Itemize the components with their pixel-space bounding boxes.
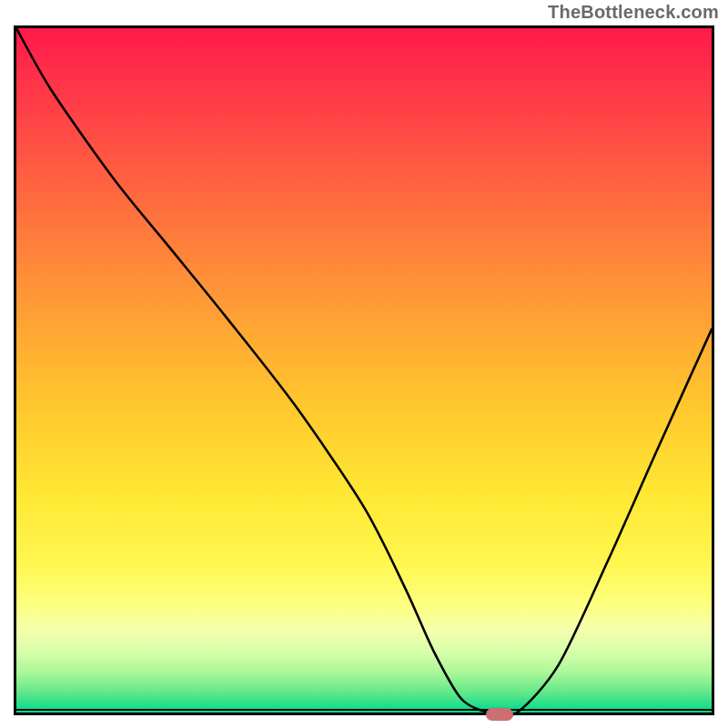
x-axis-baseline (16, 709, 712, 711)
attribution-label: TheBottleneck.com (548, 2, 719, 23)
plot-area (14, 25, 714, 715)
optimal-point-marker (486, 708, 513, 721)
chart-container: TheBottleneck.com (0, 0, 728, 728)
bottleneck-curve (16, 28, 712, 713)
